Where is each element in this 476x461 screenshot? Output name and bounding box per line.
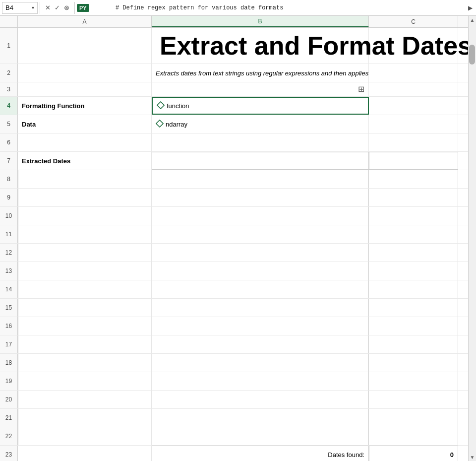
cell-b20[interactable]: [152, 391, 369, 408]
cell-a16[interactable]: [18, 317, 152, 335]
cell-c19[interactable]: [369, 372, 458, 390]
cell-a13[interactable]: [18, 262, 152, 280]
cell-reference-box[interactable]: B4 ▾: [2, 2, 38, 14]
cell-b3[interactable]: ⊞: [152, 82, 369, 96]
cell-a15[interactable]: [18, 299, 152, 317]
row-num-23: 23: [0, 446, 18, 461]
cell-a14[interactable]: [18, 280, 152, 298]
cell-c1[interactable]: [369, 28, 458, 64]
cell-a18[interactable]: [18, 354, 152, 372]
confirm-icon[interactable]: ✓: [54, 3, 61, 12]
cell-c7[interactable]: [369, 152, 458, 170]
row-4: 4 Formatting Function function: [0, 97, 476, 115]
cell-a12[interactable]: [18, 244, 152, 262]
cell-a22[interactable]: [18, 427, 152, 445]
row-17: 17: [0, 335, 476, 354]
cell-b23[interactable]: Dates found:: [152, 446, 369, 461]
row-num-15: 15: [0, 299, 18, 317]
cell-b9[interactable]: [152, 189, 369, 206]
scroll-down-arrow[interactable]: ▼: [469, 453, 476, 461]
cell-b11[interactable]: [152, 225, 369, 243]
row-num-3: 3: [0, 82, 18, 96]
dates-found-label: Dates found:: [328, 451, 364, 459]
cell-c5[interactable]: [369, 115, 458, 133]
cell-a5[interactable]: Data: [18, 115, 152, 133]
cell-a11[interactable]: [18, 225, 152, 243]
row-16: 16: [0, 317, 476, 335]
cell-c12[interactable]: [369, 244, 458, 262]
cell-b1[interactable]: Extract and Format Dates: [152, 28, 369, 64]
cell-b15[interactable]: [152, 299, 369, 317]
cell-c20[interactable]: [369, 391, 458, 408]
cell-a19[interactable]: [18, 372, 152, 390]
cell-a20[interactable]: [18, 391, 152, 408]
python-diamond-icon-b5: [156, 120, 164, 129]
cell-b17[interactable]: [152, 335, 369, 353]
cell-c11[interactable]: [369, 225, 458, 243]
spreadsheet: A B C 1 Extract and Format Dates 2 Extra…: [0, 16, 476, 461]
cell-b22[interactable]: [152, 427, 369, 445]
cell-b18[interactable]: [152, 354, 369, 372]
cell-c16[interactable]: [369, 317, 458, 335]
row-20: 20: [0, 391, 476, 409]
col-header-b[interactable]: B: [152, 16, 369, 27]
cell-c23[interactable]: 0: [369, 446, 458, 461]
cell-b5[interactable]: ndarray: [152, 115, 369, 133]
cell-c15[interactable]: [369, 299, 458, 317]
cell-b10[interactable]: [152, 207, 369, 225]
clipboard-icon[interactable]: ⊞: [358, 84, 364, 94]
cell-a21[interactable]: [18, 409, 152, 427]
row-num-12: 12: [0, 244, 18, 262]
cell-a17[interactable]: [18, 335, 152, 353]
cell-a8[interactable]: [18, 170, 152, 188]
cell-b2[interactable]: Extracts dates from text strings using r…: [152, 64, 369, 82]
cell-ref-dropdown-icon[interactable]: ▾: [32, 5, 34, 10]
cell-b12[interactable]: [152, 244, 369, 262]
cell-c2[interactable]: [369, 64, 458, 82]
col-header-a[interactable]: A: [18, 16, 152, 27]
cell-c22[interactable]: [369, 427, 458, 445]
scrollbar-thumb[interactable]: [469, 45, 475, 65]
cell-b6[interactable]: [152, 133, 369, 151]
row-num-22: 22: [0, 427, 18, 445]
cell-c17[interactable]: [369, 335, 458, 353]
cell-c21[interactable]: [369, 409, 458, 427]
formula-bar-action-icons: ✕ ✓ ⊗: [42, 3, 72, 12]
row-num-1: 1: [0, 28, 18, 64]
cell-b14[interactable]: [152, 280, 369, 298]
cell-c8[interactable]: [369, 170, 458, 188]
cell-a7[interactable]: Extracted Dates: [18, 152, 152, 170]
cell-b7[interactable]: [152, 152, 369, 170]
cell-a4[interactable]: Formatting Function: [18, 97, 152, 115]
cell-b8[interactable]: [152, 170, 369, 188]
col-header-c[interactable]: C: [369, 16, 458, 27]
cell-a10[interactable]: [18, 207, 152, 225]
formula-bar: B4 ▾ ✕ ✓ ⊗ PY # Define regex pattern for…: [0, 0, 476, 16]
cell-c14[interactable]: [369, 280, 458, 298]
cell-b4[interactable]: function: [152, 97, 369, 115]
cell-c9[interactable]: [369, 189, 458, 206]
cell-b21[interactable]: [152, 409, 369, 427]
cell-a23[interactable]: [18, 446, 152, 461]
cell-c6[interactable]: [369, 133, 458, 151]
row-9: 9: [0, 189, 476, 207]
function-icon[interactable]: ⊗: [63, 3, 70, 12]
cell-b19[interactable]: [152, 372, 369, 390]
cell-c3[interactable]: [369, 82, 458, 96]
vertical-scrollbar[interactable]: ▲ ▼: [468, 16, 476, 461]
cancel-icon[interactable]: ✕: [44, 3, 52, 12]
cell-c18[interactable]: [369, 354, 458, 372]
cell-a2[interactable]: [18, 64, 152, 82]
cell-c13[interactable]: [369, 262, 458, 280]
row-6: 6: [0, 133, 476, 152]
cell-b16[interactable]: [152, 317, 369, 335]
cell-a9[interactable]: [18, 189, 152, 206]
cell-c4[interactable]: [369, 97, 458, 115]
cell-a3[interactable]: [18, 82, 152, 96]
scroll-up-arrow[interactable]: ▲: [469, 16, 476, 24]
cell-b13[interactable]: [152, 262, 369, 280]
cell-c10[interactable]: [369, 207, 458, 225]
svg-rect-1: [156, 120, 163, 127]
cell-a6[interactable]: [18, 133, 152, 151]
cell-a1[interactable]: [18, 28, 152, 64]
